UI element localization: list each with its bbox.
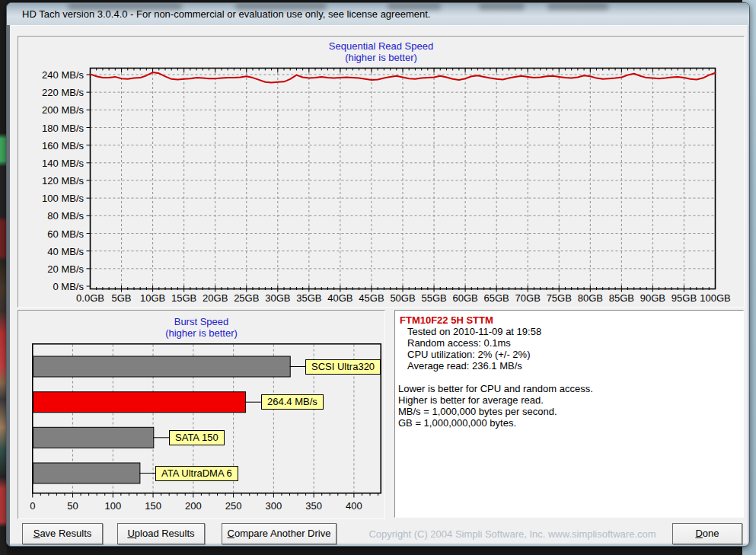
seq-y-tick-label: 60 MB/s (18, 228, 84, 240)
done-button[interactable]: Done (672, 523, 742, 544)
burst-x-tick-label: 150 (138, 500, 168, 512)
cpu-utilization-line: CPU utilization: 2% (+/- 2%) (395, 349, 743, 360)
note-gb-def: GB = 1,000,000,000 bytes. (395, 417, 743, 429)
seq-y-tick-label: 20 MB/s (18, 263, 84, 275)
burst-x-tick-label: 50 (58, 500, 88, 512)
tested-on-line: Tested on 2010-11-09 at 19:58 (395, 326, 743, 337)
burst-x-tick-label: 400 (339, 500, 369, 512)
burst-bar (33, 356, 291, 377)
hdtach-window: HD Tach version 3.0.4.0 - For non-commer… (6, 2, 750, 547)
seq-y-tick-label: 220 MB/s (18, 87, 84, 98)
seq-y-tick-label: 100 MB/s (18, 193, 84, 204)
burst-bar-tag: ATA UltraDMA 6 (155, 466, 238, 481)
seq-y-tick-label: 140 MB/s (18, 158, 84, 169)
burst-bar-tag: 264.4 MB/s (261, 394, 324, 410)
burst-x-tick-label: 300 (258, 500, 289, 512)
seq-chart-subtitle: (higher is better) (18, 52, 744, 63)
burst-chart-title: Burst Speed (18, 316, 384, 327)
save-results-button[interactable]: Save Results (22, 523, 103, 544)
burst-x-tick-label: 350 (298, 500, 329, 512)
seq-y-tick-label: 200 MB/s (18, 104, 84, 116)
burst-x-tick-label: 200 (178, 500, 209, 512)
seq-chart-title: Sequential Read Speed (18, 40, 744, 52)
burst-chart-subtitle: (higher is better) (18, 327, 384, 339)
average-read-line: Average read: 236.1 MB/s (395, 360, 743, 372)
seq-y-tick-label: 120 MB/s (18, 175, 84, 187)
burst-bar (33, 463, 140, 483)
titlebar[interactable]: HD Tach version 3.0.4.0 - For non-commer… (7, 3, 749, 25)
burst-bar (33, 427, 154, 448)
note-mbs-def: MB/s = 1,000,000 bytes per second. (395, 406, 743, 417)
window-title: HD Tach version 3.0.4.0 - For non-commer… (22, 3, 430, 25)
note-higher-better: Higher is better for average read. (395, 394, 743, 406)
note-lower-better: Lower is better for CPU and random acces… (395, 383, 743, 394)
seq-y-tick-label: 80 MB/s (18, 210, 84, 222)
seq-y-tick-label: 180 MB/s (18, 123, 84, 134)
sequential-read-panel: Sequential Read Speed (higher is better)… (18, 36, 745, 308)
burst-bar (33, 392, 246, 413)
titlebar-glass-reflection (547, 3, 608, 10)
results-info-panel: FTM10F22 5H STTM Tested on 2010-11-09 at… (394, 310, 744, 518)
seq-y-tick-label: 160 MB/s (18, 140, 84, 152)
drive-model-label: FTM10F22 5H STTM (395, 311, 743, 326)
seq-y-tick-label: 40 MB/s (18, 246, 84, 257)
upload-results-button[interactable]: Upload Results (117, 523, 205, 544)
titlebar-glass-reflection (479, 3, 525, 10)
seq-y-tick-label: 0 MB/s (18, 281, 84, 292)
copyright-text: Copyright (C) 2004 Simpli Software, Inc.… (356, 528, 668, 540)
seq-x-tick-label: 100GB (693, 292, 738, 304)
burst-x-tick-label: 0 (18, 500, 48, 512)
burst-bar-tag: SATA 150 (169, 430, 225, 445)
burst-x-tick-label: 100 (97, 500, 128, 512)
compare-another-drive-button[interactable]: Compare Another Drive (222, 523, 337, 544)
sequential-read-plot (86, 67, 716, 294)
random-access-line: Random access: 0.1ms (395, 337, 743, 349)
burst-speed-panel: Burst Speed (higher is better) SCSI Ultr… (18, 310, 385, 519)
burst-x-tick-label: 250 (219, 500, 249, 512)
burst-bar-tag: SCSI Ultra320 (305, 359, 381, 375)
spacer (395, 372, 743, 383)
client-area: Sequential Read Speed (higher is better)… (10, 25, 748, 544)
seq-y-tick-label: 240 MB/s (18, 69, 84, 81)
